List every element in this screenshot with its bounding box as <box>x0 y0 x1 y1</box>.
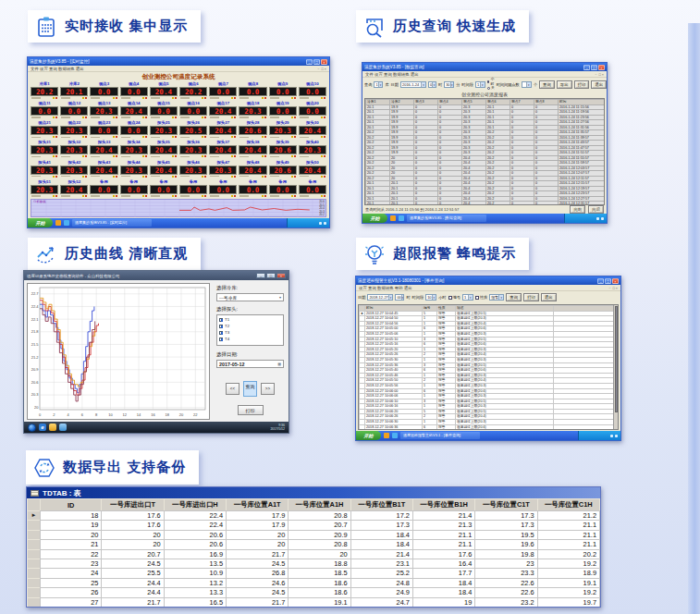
vertical-scrollbar[interactable] <box>613 305 618 429</box>
minimize-button[interactable]: – <box>583 65 590 70</box>
title-bar[interactable]: 温度记录系统历史曲线查询软件 - 众山科技有限公司 – □ × <box>24 271 289 280</box>
radio-option[interactable]: 小时 <box>487 78 495 86</box>
column-header[interactable]: 一号库位置C1H <box>537 499 599 511</box>
table-row[interactable]: 2425.510.926.818.525.217.723.318.9 <box>28 569 600 578</box>
store-select[interactable]: 一号冷库 ▾ <box>216 293 284 301</box>
menu-bar[interactable]: 设置 查询 数据转换 帮助 退出 － □ × <box>356 285 620 291</box>
maximize-button[interactable]: □ <box>605 278 611 284</box>
menu-items[interactable]: 设置 查询 数据转换 帮助 退出 <box>359 286 412 290</box>
toolbar-combo[interactable]: 2016-1-24▾ <box>400 81 426 88</box>
toolbar-combo[interactable]: ▾ <box>522 81 532 88</box>
minimize-button[interactable]: – <box>306 59 313 65</box>
column-header[interactable]: ID <box>41 499 102 511</box>
table-row[interactable]: 212020.62020.818.421.119.621.1 <box>28 540 600 549</box>
toolbar-button[interactable]: 退出 <box>591 80 607 89</box>
table-row[interactable]: 202020.62020.918.421.119.521.1 <box>28 530 600 539</box>
close-button[interactable]: × <box>276 273 286 278</box>
taskbar-icon[interactable] <box>64 220 69 226</box>
table-row[interactable]: ►1817.622.417.920.817.221.417.321.2 <box>28 511 600 521</box>
close-button[interactable]: × <box>598 65 605 70</box>
taskbar-icon[interactable] <box>55 220 61 226</box>
column-header[interactable]: 一号库进出口T <box>102 499 164 511</box>
checkbox-option[interactable]: 编号 <box>448 295 461 300</box>
title-bar[interactable]: 温度集抄系统V3.85 - [数据查询] – □ × <box>362 63 607 71</box>
taskbar-app-button[interactable]: 温度集抄系统V3.85 - [实时监控] <box>72 219 152 227</box>
mdi-window-controls[interactable]: － □ × <box>317 67 326 71</box>
row-selector[interactable] <box>28 549 41 559</box>
toolbar-button[interactable]: 导出 <box>557 80 572 89</box>
next-day-button[interactable]: >> <box>261 383 275 395</box>
row-selector[interactable] <box>28 588 41 597</box>
minimize-button[interactable]: – <box>597 278 604 284</box>
toolbar-button[interactable]: 查询 <box>506 293 522 301</box>
taskbar-icon[interactable] <box>399 215 404 221</box>
toolbar-combo[interactable]: 1▾ <box>475 81 485 88</box>
toolbar-combo[interactable]: 10▾ <box>425 294 436 301</box>
column-header[interactable]: 一号库进出口H <box>164 499 226 511</box>
menu-bar[interactable]: 文件 设置 查询 数据转换 退出 － □ × <box>28 66 329 72</box>
maximize-button[interactable]: □ <box>313 59 320 65</box>
toolbar-button[interactable]: 退出 <box>541 293 557 301</box>
row-selector[interactable]: ► <box>28 511 41 521</box>
close-button[interactable]: × <box>321 59 327 65</box>
start-button[interactable]: 开始 <box>356 431 381 440</box>
minimize-button[interactable]: – <box>256 273 265 278</box>
start-button[interactable]: 开始 <box>28 218 53 227</box>
browser-icon[interactable]: e <box>39 424 46 431</box>
mdi-window-controls[interactable]: － □ × <box>595 72 604 77</box>
row-selector[interactable] <box>28 578 41 587</box>
table-row[interactable]: 2524.413.224.618.624.818.422.619.1 <box>28 578 600 587</box>
table-row[interactable]: 1917.622.417.920.717.321.317.321.1 <box>28 521 600 530</box>
toolbar-button[interactable]: 打印 <box>574 80 590 89</box>
column-header[interactable]: 一号库位置B1T <box>350 499 412 511</box>
close-button[interactable]: × <box>612 278 619 284</box>
query-button[interactable]: 查询 <box>243 381 257 397</box>
taskbar-icon[interactable] <box>384 433 389 438</box>
toolbar-combo[interactable]: 1▾ <box>462 294 473 301</box>
table-row[interactable]: 2324.513.524.518.823.116.42319.2 <box>28 559 600 569</box>
table-row[interactable]: 2220.716.921.72021.417.619.820.2 <box>28 549 600 559</box>
probe-checkbox[interactable]: T4 <box>219 336 281 342</box>
menu-bar[interactable]: 文件 设置 查询 数据转换 退出 － □ × <box>362 71 607 78</box>
toolbar-combo[interactable]: 2018-12-27▾ <box>367 294 393 301</box>
page-forward-button[interactable]: 向后 <box>588 205 604 214</box>
checkbox-option[interactable]: 性质 <box>475 295 487 300</box>
toolbar-combo[interactable]: 0▾ <box>428 81 436 88</box>
column-header[interactable]: 一号库位置A1H <box>289 499 350 511</box>
row-selector[interactable] <box>28 521 41 530</box>
taskbar-app-button[interactable]: 温度集抄系统V3.85 - [数据查询] <box>407 215 486 222</box>
row-selector[interactable] <box>28 559 41 569</box>
menu-items[interactable]: 文件 设置 查询 数据转换 退出 <box>365 72 419 77</box>
probe-checkbox[interactable]: T1 <box>219 316 281 323</box>
prev-day-button[interactable]: << <box>226 383 239 395</box>
toolbar-combo[interactable]: 00▾ <box>395 294 404 301</box>
taskbar-app-button[interactable]: 温度巡检报警主机V3.1 - [事件查询] <box>400 432 480 439</box>
column-header[interactable]: 一号库位置B1H <box>412 499 474 511</box>
date-picker[interactable]: 2017-05-12 ▦ <box>216 360 284 368</box>
folder-icon[interactable] <box>49 424 56 431</box>
probe-checkbox-list[interactable]: T1T2T3T4 <box>216 314 284 346</box>
title-bar[interactable]: TDTAB : 表 <box>27 487 600 498</box>
table-row[interactable]: 2624.413.324.518.624.918.422.619.2 <box>28 588 600 597</box>
probe-checkbox[interactable]: T3 <box>219 329 281 336</box>
toolbar-button[interactable]: 查询 <box>539 80 555 89</box>
column-header[interactable]: 一号库位置A1T <box>227 499 289 511</box>
menu-items[interactable]: 文件 设置 查询 数据转换 退出 <box>31 67 84 71</box>
toolbar-combo[interactable]: 报警▾ <box>489 294 504 301</box>
media-icon[interactable] <box>59 424 67 431</box>
row-selector[interactable] <box>28 530 41 539</box>
table-row[interactable]: 2721.716.521.719.124.71923.219.7 <box>28 597 600 607</box>
print-button[interactable]: 打印 <box>238 405 264 415</box>
scrollbar-thumb[interactable] <box>615 306 618 412</box>
mdi-window-controls[interactable]: － □ × <box>608 286 618 290</box>
start-button[interactable]: 开始 <box>362 214 387 223</box>
maximize-button[interactable]: □ <box>266 273 276 278</box>
maximize-button[interactable]: □ <box>591 65 597 70</box>
page-back-button[interactable]: 向前 <box>570 205 585 214</box>
title-bar[interactable]: 温度集抄系统V3.85 - [实时监控] – □ × <box>28 57 329 66</box>
toolbar-combo[interactable]: 30▾ <box>444 81 454 88</box>
taskbar-icon[interactable] <box>390 215 396 221</box>
start-orb[interactable] <box>28 424 36 432</box>
toolbar-combo[interactable]: 1▾ <box>374 81 383 88</box>
row-selector[interactable] <box>28 597 41 607</box>
